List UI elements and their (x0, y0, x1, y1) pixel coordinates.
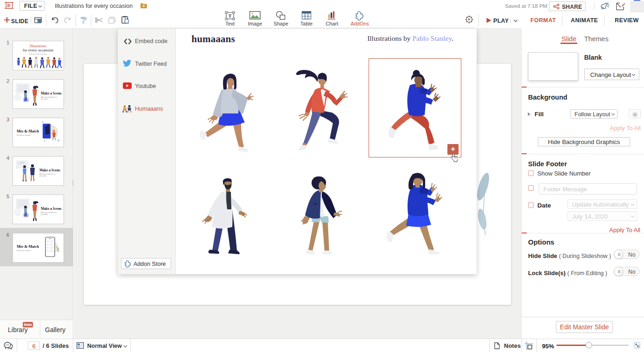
svg-text:Make a Scene.: Make a Scene. (39, 168, 61, 172)
svg-text:your slides.: your slides. (39, 175, 47, 177)
svg-text:Illustrations of people.: Illustrations of people. (17, 134, 31, 136)
svg-text:for every occassion: for every occassion (23, 48, 54, 52)
svg-text:Make a Scene.: Make a Scene. (41, 207, 62, 211)
svg-text:Mix-&-Match: Mix-&-Match (17, 245, 39, 249)
svg-text:Mix-&-Match: Mix-&-Match (17, 129, 39, 133)
svg-text:Make your slides look dope!: Make your slides look dope! (29, 53, 47, 55)
svg-text:T: T (228, 13, 231, 19)
svg-text:yeah: yeah (20, 161, 25, 163)
svg-text:your slides.: your slides. (41, 98, 48, 100)
svg-text:Make a Scene.: Make a Scene. (41, 91, 62, 95)
svg-text:Illustrations of people.: Illustrations of people. (17, 250, 31, 251)
svg-text:your slides.: your slides. (41, 214, 48, 215)
